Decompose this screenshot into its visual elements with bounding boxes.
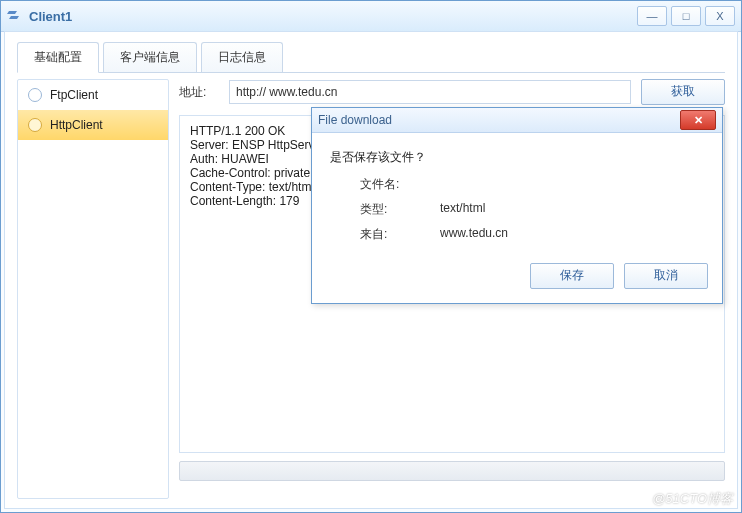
dialog-from-label: 来自: — [330, 226, 440, 243]
dialog-titlebar[interactable]: File download ✕ — [312, 108, 722, 133]
cancel-button[interactable]: 取消 — [624, 263, 708, 289]
tab-client-info[interactable]: 客户端信息 — [103, 42, 197, 72]
app-window: Client1 — □ X 基础配置 客户端信息 日志信息 FtpClient … — [0, 0, 742, 513]
window-controls: — □ X — [637, 6, 735, 26]
dialog-from-value: www.tedu.cn — [440, 226, 508, 243]
radio-icon — [28, 88, 42, 102]
tab-log-info[interactable]: 日志信息 — [201, 42, 283, 72]
dialog-close-button[interactable]: ✕ — [680, 110, 716, 130]
sidebar-item-httpclient[interactable]: HttpClient — [18, 110, 168, 140]
client-type-sidebar: FtpClient HttpClient — [17, 79, 169, 499]
dialog-row-from: 来自: www.tedu.cn — [330, 226, 704, 243]
url-row: 地址: 获取 — [179, 79, 725, 105]
minimize-button[interactable]: — — [637, 6, 667, 26]
horizontal-scrollbar[interactable] — [179, 461, 725, 481]
dialog-row-type: 类型: text/html — [330, 201, 704, 218]
sidebar-item-label: FtpClient — [50, 88, 98, 102]
radio-icon — [28, 118, 42, 132]
dialog-type-value: text/html — [440, 201, 485, 218]
close-button[interactable]: X — [705, 6, 735, 26]
maximize-button[interactable]: □ — [671, 6, 701, 26]
dialog-body: 是否保存该文件？ 文件名: 类型: text/html 来自: www.tedu… — [312, 133, 722, 263]
fetch-button[interactable]: 获取 — [641, 79, 725, 105]
tab-basic-config[interactable]: 基础配置 — [17, 42, 99, 73]
dialog-filename-label: 文件名: — [330, 176, 440, 193]
close-icon: ✕ — [694, 114, 703, 127]
dialog-button-row: 保存 取消 — [312, 263, 722, 303]
window-title: Client1 — [29, 9, 72, 24]
dialog-row-filename: 文件名: — [330, 176, 704, 193]
file-download-dialog: File download ✕ 是否保存该文件？ 文件名: 类型: text/h… — [311, 107, 723, 304]
save-button[interactable]: 保存 — [530, 263, 614, 289]
dialog-type-label: 类型: — [330, 201, 440, 218]
dialog-question: 是否保存该文件？ — [330, 149, 704, 166]
dialog-title: File download — [318, 113, 392, 127]
watermark: @51CTO博客 — [652, 490, 733, 508]
titlebar[interactable]: Client1 — □ X — [1, 1, 741, 32]
tab-bar: 基础配置 客户端信息 日志信息 — [17, 42, 725, 73]
sidebar-item-ftpclient[interactable]: FtpClient — [18, 80, 168, 110]
sidebar-item-label: HttpClient — [50, 118, 103, 132]
app-icon — [7, 8, 23, 24]
url-label: 地址: — [179, 84, 219, 101]
url-input[interactable] — [229, 80, 631, 104]
